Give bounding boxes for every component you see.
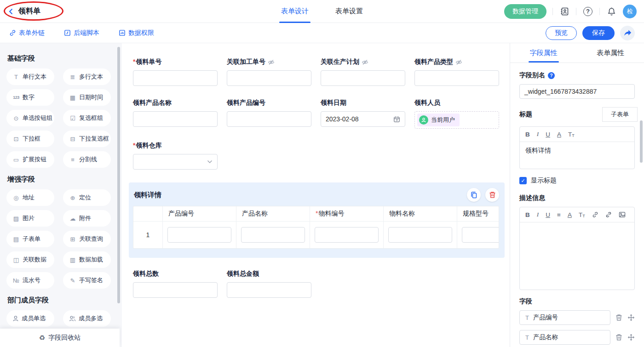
image-icon[interactable] <box>619 211 626 218</box>
data-permission-button[interactable]: 数据权限 <box>119 29 154 37</box>
field-type-extend-button[interactable]: ▭扩展按钮 <box>6 151 54 168</box>
field-type-datetime[interactable]: ▦日期时间 <box>63 89 111 106</box>
field-type-multi-text[interactable]: ≣多行文本 <box>63 68 111 85</box>
field-request-person[interactable]: 领料人员 当前用户 <box>414 99 499 129</box>
bold-icon[interactable]: B <box>525 211 530 218</box>
col-material-name[interactable]: 物料名称 <box>384 206 457 221</box>
drag-move-icon[interactable] <box>627 314 635 321</box>
backend-script-button[interactable]: 后端脚本 <box>64 29 99 37</box>
alias-help-icon[interactable]: ? <box>548 72 555 79</box>
field-type-checkbox-group[interactable]: ☑复选框组 <box>63 110 111 126</box>
data-manage-button[interactable]: 数据管理 <box>504 4 546 19</box>
text-input[interactable] <box>414 70 499 86</box>
title-editor-content[interactable]: 领料详情 <box>520 142 634 169</box>
field-total-amount[interactable]: 领料总金额 <box>227 270 311 298</box>
bell-icon[interactable] <box>606 6 617 17</box>
text-input[interactable] <box>321 70 405 86</box>
field-request-date[interactable]: 领料日期 2023-02-08 <box>321 99 405 129</box>
drag-move-icon[interactable] <box>627 334 635 341</box>
text-input[interactable] <box>133 111 218 127</box>
field-type-linked-query[interactable]: ⊞关联查询 <box>63 231 111 247</box>
alias-input[interactable]: _widget_1667873432887 <box>519 84 635 99</box>
field-type-divider[interactable]: ≡分割线 <box>63 151 111 168</box>
field-type-multiselect[interactable]: ⊟下拉复选框 <box>63 131 111 147</box>
field-type-address[interactable]: ◎地址 <box>6 189 54 206</box>
text-input[interactable] <box>227 70 311 86</box>
field-type-data-load[interactable]: ▥数据加载 <box>63 251 111 268</box>
field-total-quantity[interactable]: 领料总数 <box>133 270 218 298</box>
bold-icon[interactable]: B <box>525 131 530 138</box>
panel-scrollbar[interactable] <box>640 120 643 163</box>
tab-form-design[interactable]: 表单设计 <box>281 0 309 23</box>
field-product-no[interactable]: 领料产品编号 <box>227 99 311 129</box>
text-size-icon[interactable]: TT <box>579 211 585 218</box>
select-input[interactable] <box>133 154 218 170</box>
col-spec-model[interactable]: 规格型号 <box>457 206 499 221</box>
tab-form-properties[interactable]: 表单属性 <box>577 43 644 63</box>
font-color-icon[interactable]: A <box>568 211 572 218</box>
field-material-request-no[interactable]: 领料单号 <box>133 58 218 86</box>
tab-form-settings[interactable]: 表单设置 <box>335 0 363 23</box>
text-input[interactable] <box>133 282 218 298</box>
text-input[interactable] <box>227 282 311 298</box>
field-type-serial-number[interactable]: №流水号 <box>6 272 54 289</box>
contacts-icon[interactable] <box>559 6 570 17</box>
avatar[interactable]: 检 <box>623 5 637 18</box>
col-product-name[interactable]: 产品名称 <box>236 206 310 221</box>
cell-input-product-name[interactable] <box>241 227 305 243</box>
field-product-name[interactable]: 领料产品名称 <box>133 99 218 129</box>
text-size-icon[interactable]: TT <box>568 131 575 138</box>
preview-button[interactable]: 预览 <box>546 26 577 40</box>
field-type-radio-group[interactable]: ⊙单选按钮组 <box>6 110 54 126</box>
field-linked-production-plan[interactable]: 关联生产计划 <box>321 58 405 86</box>
delete-field-icon[interactable] <box>615 334 622 341</box>
field-item-product-name[interactable]: T 产品名称 <box>519 330 610 345</box>
underline-icon[interactable]: U <box>546 131 550 138</box>
field-linked-process-order[interactable]: 关联加工单号 <box>227 58 311 86</box>
col-material-no[interactable]: 物料编号 <box>310 206 384 221</box>
field-type-member-multi[interactable]: 成员多选 <box>63 310 111 327</box>
italic-icon[interactable]: I <box>537 211 539 218</box>
subform-widget-selected[interactable]: 领料详情 产品编号 产 <box>129 182 505 258</box>
field-type-attachment[interactable]: ☁附件 <box>63 210 111 227</box>
unlink-icon[interactable] <box>605 211 612 218</box>
delete-widget-button[interactable] <box>485 188 499 202</box>
description-editor-content[interactable] <box>520 222 634 290</box>
cell-input-material-no[interactable] <box>315 227 379 243</box>
field-type-number[interactable]: 123数字 <box>6 89 54 106</box>
form-external-link-button[interactable]: 表单外链 <box>9 29 45 37</box>
font-color-icon[interactable]: A <box>557 131 561 138</box>
share-button[interactable] <box>620 26 635 40</box>
delete-field-icon[interactable] <box>615 314 622 321</box>
field-type-signature[interactable]: ✎手写签名 <box>63 272 111 289</box>
field-type-select[interactable]: ⊡下拉框 <box>6 131 54 147</box>
col-product-no[interactable]: 产品编号 <box>163 206 236 221</box>
link-icon[interactable] <box>592 211 598 218</box>
text-input[interactable] <box>133 70 218 86</box>
field-recycle-bin[interactable]: ♻ 字段回收站 <box>0 329 120 347</box>
underline-icon[interactable]: U <box>546 211 550 218</box>
member-input[interactable]: 当前用户 <box>414 111 499 129</box>
field-type-image[interactable]: ▨图片 <box>6 210 54 227</box>
align-icon[interactable]: ≡ <box>557 211 561 218</box>
text-input[interactable] <box>227 111 311 127</box>
cell-input-spec-model[interactable] <box>462 227 499 243</box>
copy-widget-button[interactable] <box>467 188 481 202</box>
current-user-chip[interactable]: 当前用户 <box>417 114 460 126</box>
field-material-product-type[interactable]: 领料产品类型 <box>414 58 499 86</box>
field-type-linked-data[interactable]: ◫关联数据 <box>6 251 54 268</box>
help-icon[interactable]: ? <box>582 6 593 17</box>
field-type-member-single[interactable]: 成员单选 <box>6 310 54 327</box>
sidebar-scrollbar[interactable] <box>117 47 120 303</box>
field-item-product-no[interactable]: T 产品编号 <box>519 310 610 325</box>
cell-input-product-no[interactable] <box>167 227 231 243</box>
date-input[interactable]: 2023-02-08 <box>321 111 405 127</box>
field-warehouse[interactable]: 领料仓库 <box>133 142 218 170</box>
italic-icon[interactable]: I <box>537 131 539 138</box>
field-type-location[interactable]: ⊕定位 <box>63 189 111 206</box>
field-type-subform[interactable]: ▤子表单 <box>6 231 54 247</box>
back-button[interactable]: 领料单 <box>7 6 40 16</box>
tab-field-properties[interactable]: 字段属性 <box>510 43 577 63</box>
cell-input-material-name[interactable] <box>388 227 452 243</box>
show-title-checkbox[interactable]: ✓ <box>519 177 527 184</box>
